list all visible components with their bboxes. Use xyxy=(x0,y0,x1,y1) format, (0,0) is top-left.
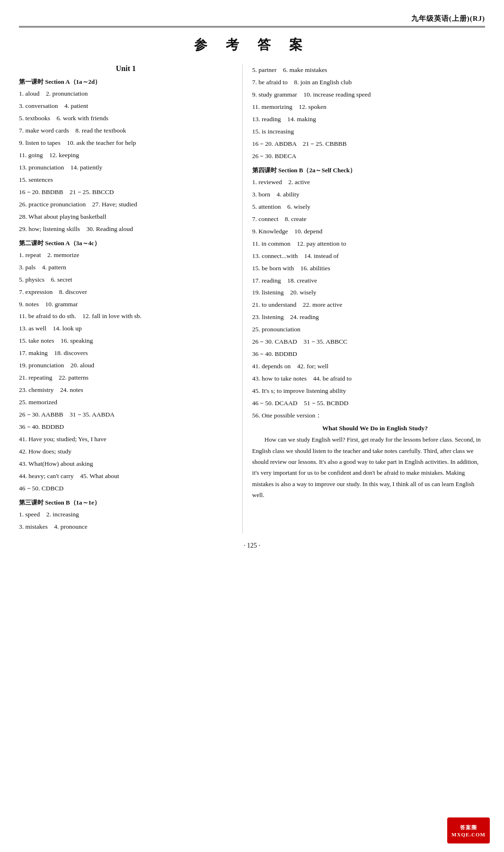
watermark-logo: 答案圈 MXQE.COM xyxy=(447,817,490,843)
line: 3. pals 4. pattern xyxy=(19,262,233,274)
page-number: · 125 · xyxy=(19,542,485,550)
line: 7. be afraid to 8. join an English club xyxy=(252,77,485,89)
line: 23. chemistry 24. notes xyxy=(19,384,233,396)
line: 43. What(How) about asking xyxy=(19,458,233,470)
main-title: 参 考 答 案 xyxy=(19,36,485,54)
line: 7. expression 8. discover xyxy=(19,286,233,298)
line: 23. listening 24. reading xyxy=(252,311,485,323)
line: 3. conversation 4. patient xyxy=(19,100,233,112)
line: 13. connect...with 14. instead of xyxy=(252,250,485,262)
line: 15. is increasing xyxy=(252,126,485,138)
line: 43. how to take notes 44. be afraid to xyxy=(252,373,485,385)
line: 46－50. DCAAD 51－55. BCBDD xyxy=(252,398,485,409)
right-section-1: 5. partner 6. make mistakes 7. be afraid… xyxy=(252,64,485,162)
line: 19. pronunciation 20. aloud xyxy=(19,360,233,372)
line: 19. listening 20. wisely xyxy=(252,287,485,299)
line: 17. making 18. discovers xyxy=(19,347,233,359)
line: 26－30. BDECA xyxy=(252,151,485,162)
section4-title: 第四课时 Section B（2a～Self Check） xyxy=(252,166,485,175)
line: 13. pronunciation 14. patiently xyxy=(19,162,233,174)
right-section-2: 第四课时 Section B（2a～Self Check） 1. reviewe… xyxy=(252,166,485,422)
unit-title: Unit 1 xyxy=(19,64,233,73)
line: 3. born 4. ability xyxy=(252,189,485,201)
line: 15. sentences xyxy=(19,174,233,186)
essay-body: How can we study English well? First, ge… xyxy=(252,434,485,500)
line: 45. It's s; to improve listening ability xyxy=(252,385,485,397)
line: 5. partner 6. make mistakes xyxy=(252,64,485,76)
section3-title: 第三课时 Section B（1a～1e） xyxy=(19,498,233,507)
line: 41. Have you; studied; Yes, I have xyxy=(19,434,233,445)
line: 25. memorized xyxy=(19,397,233,408)
line: 36－40. BDDBD xyxy=(252,348,485,360)
line: 11. going 12. keeping xyxy=(19,150,233,161)
line: 13. as well 14. look up xyxy=(19,323,233,335)
line: 9. listen to tapes 10. ask the teacher f… xyxy=(19,137,233,149)
line: 5. attention 6. wisely xyxy=(252,201,485,213)
line: 9. study grammar 10. increase reading sp… xyxy=(252,89,485,101)
line: 5. physics 6. secret xyxy=(19,274,233,286)
line: 42. How does; study xyxy=(19,446,233,458)
line: 13. reading 14. making xyxy=(252,114,485,125)
line: 11. in common 12. pay attention to xyxy=(252,238,485,250)
line: 7. make word cards 8. read the textbook xyxy=(19,125,233,137)
line: 1. repeat 2. memorize xyxy=(19,249,233,261)
line: 25. pronounciation xyxy=(252,324,485,336)
top-bar: 九年级英语(上册)(RJ) xyxy=(19,14,485,27)
watermark-top-text: 答案圈 xyxy=(458,824,479,832)
page-container: 九年级英语(上册)(RJ) 参 考 答 案 Unit 1 第一课时 Sectio… xyxy=(0,0,504,852)
line: 21. to understand 22. more active xyxy=(252,299,485,311)
left-section-3: 第三课时 Section B（1a～1e） 1. speed 2. increa… xyxy=(19,498,233,533)
line: 9. Knowledge 10. depend xyxy=(252,226,485,238)
line: 16－20. BBDBB 21－25. BBCCD xyxy=(19,186,233,198)
line: 41. depends on 42. for; well xyxy=(252,361,485,373)
line: 26－30. CABAD 31－35. ABBCC xyxy=(252,336,485,348)
line: 21. repeating 22. patterns xyxy=(19,372,233,384)
left-section-1: 第一课时 Section A（1a～2d） 1. aloud 2. pronun… xyxy=(19,78,233,235)
essay-title: What Should We Do in English Study? xyxy=(252,425,485,432)
left-column: Unit 1 第一课时 Section A（1a～2d） 1. aloud 2.… xyxy=(19,64,243,533)
line: 29. how; listening skills 30. Reading al… xyxy=(19,223,233,235)
line: 26－30. AABBB 31－35. AABDA xyxy=(19,409,233,421)
line: 46－50. CDBCD xyxy=(19,483,233,495)
content-area: Unit 1 第一课时 Section A（1a～2d） 1. aloud 2.… xyxy=(19,64,485,533)
line: 56. One possible version： xyxy=(252,410,485,422)
right-column: 5. partner 6. make mistakes 7. be afraid… xyxy=(243,64,485,533)
line: 9. notes 10. grammar xyxy=(19,299,233,311)
line: 11. be afraid to do sth. 12. fall in lov… xyxy=(19,311,233,322)
section2-title: 第二课时 Section A（3a～4c） xyxy=(19,239,233,248)
header-title: 九年级英语(上册)(RJ) xyxy=(411,14,485,23)
line: 36－40. BDDBD xyxy=(19,421,233,433)
line: 26. practice pronunciation 27. Have; stu… xyxy=(19,199,233,211)
essay-section: What Should We Do in English Study? How … xyxy=(252,425,485,500)
line: 1. aloud 2. pronunciation xyxy=(19,88,233,100)
section1-title: 第一课时 Section A（1a～2d） xyxy=(19,78,233,86)
line: 5. textbooks 6. work with friends xyxy=(19,113,233,124)
line: 1. speed 2. increasing xyxy=(19,509,233,521)
line: 11. memorizing 12. spoken xyxy=(252,101,485,113)
line: 15. take notes 16. speaking xyxy=(19,335,233,347)
line: 1. reviewed 2. active xyxy=(252,177,485,188)
line: 7. connect 8. create xyxy=(252,213,485,225)
line: 17. reading 18. creative xyxy=(252,275,485,287)
line: 16－20. ABDBA 21－25. CBBBB xyxy=(252,138,485,150)
line: 3. mistakes 4. pronounce xyxy=(19,521,233,533)
watermark-bottom-text: MXQE.COM xyxy=(451,832,486,837)
line: 44. heavy; can't carry 45. What about xyxy=(19,470,233,482)
left-section-2: 第二课时 Section A（3a～4c） 1. repeat 2. memor… xyxy=(19,239,233,495)
line: 15. be born with 16. abilities xyxy=(252,263,485,275)
line: 28. What about playing basketball xyxy=(19,211,233,223)
